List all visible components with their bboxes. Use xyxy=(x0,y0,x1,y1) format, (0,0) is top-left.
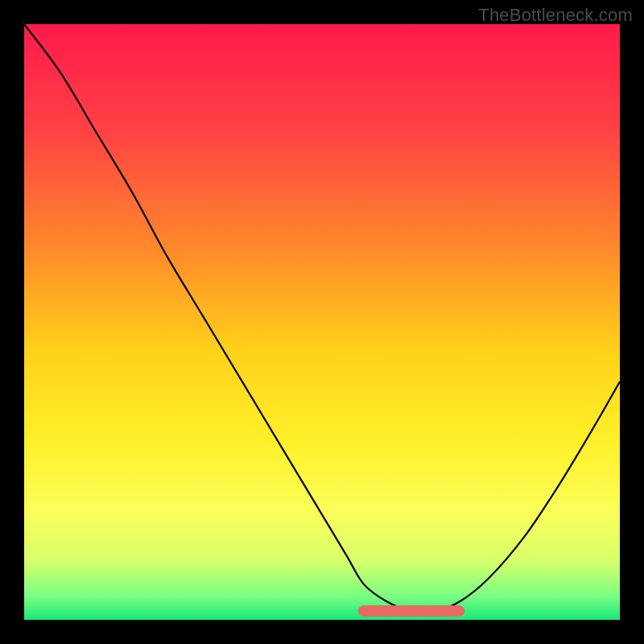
chart-frame: TheBottleneck.com xyxy=(0,0,644,644)
chart-plot-area xyxy=(24,24,620,620)
bottleneck-chart xyxy=(0,0,644,644)
watermark-text: TheBottleneck.com xyxy=(478,5,633,26)
